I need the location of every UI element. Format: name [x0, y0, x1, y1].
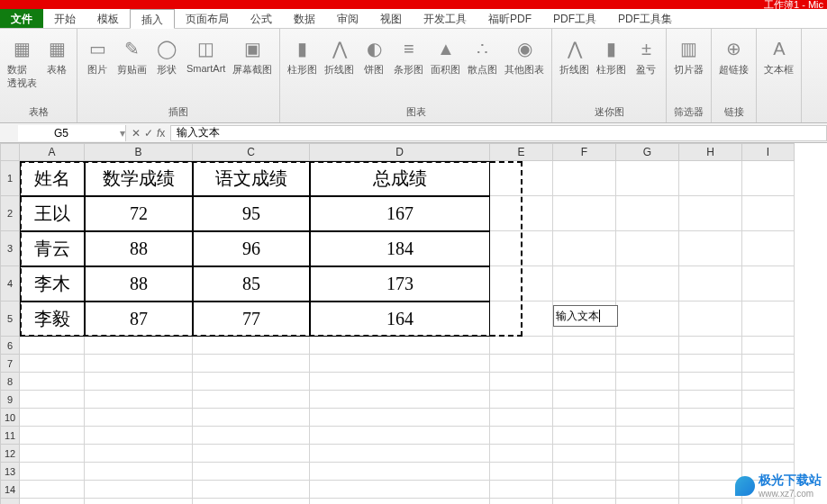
ribbon-表格[interactable]: ▦表格 [41, 34, 73, 78]
cell[interactable] [616, 391, 679, 409]
tab-pdftool[interactable]: PDF工具 [542, 9, 607, 28]
cell[interactable] [310, 463, 490, 481]
col-header-H[interactable]: H [679, 143, 742, 161]
cell[interactable] [616, 481, 679, 499]
cell[interactable] [490, 373, 553, 391]
ribbon-屏幕截图[interactable]: ▣屏幕截图 [229, 34, 276, 78]
cell[interactable] [490, 161, 553, 196]
cell[interactable] [679, 337, 742, 355]
cell[interactable] [490, 463, 553, 481]
cell[interactable] [85, 355, 193, 373]
cell[interactable] [742, 373, 795, 391]
cell[interactable] [193, 445, 310, 463]
col-header-F[interactable]: F [553, 143, 616, 161]
ribbon-图片[interactable]: ▭图片 [81, 34, 114, 78]
cell[interactable] [553, 337, 616, 355]
cell[interactable] [742, 196, 795, 231]
cell[interactable] [490, 231, 553, 266]
ribbon-饼图[interactable]: ◐饼图 [358, 34, 390, 78]
cell[interactable] [742, 427, 795, 445]
cell[interactable] [490, 499, 553, 504]
col-header-I[interactable]: I [742, 143, 795, 161]
ribbon-形状[interactable]: ◯形状 [150, 34, 183, 78]
cell[interactable] [616, 231, 679, 266]
tab-review[interactable]: 审阅 [326, 9, 369, 28]
cell[interactable] [310, 481, 490, 499]
cell[interactable] [193, 409, 310, 427]
cell[interactable] [679, 161, 742, 196]
cell[interactable] [85, 427, 193, 445]
row-header[interactable]: 5 [0, 302, 20, 337]
cell[interactable] [193, 337, 310, 355]
cell[interactable]: 95 [193, 196, 310, 231]
cell[interactable] [490, 337, 553, 355]
cell[interactable] [310, 337, 490, 355]
ribbon-文本框[interactable]: A文本框 [760, 34, 797, 78]
cell[interactable] [616, 373, 679, 391]
cell[interactable] [616, 499, 679, 504]
tab-view[interactable]: 视图 [369, 9, 413, 28]
cells-grid[interactable]: 输入文本 姓名数学成绩语文成绩总成绩王以7295167青云8896184李木88… [20, 161, 795, 504]
row-header[interactable]: 4 [0, 266, 20, 302]
cell[interactable]: 姓名 [20, 161, 85, 196]
ribbon-条形图[interactable]: ≡条形图 [390, 34, 427, 78]
tab-pagelayout[interactable]: 页面布局 [175, 9, 240, 28]
ribbon-柱形图[interactable]: ▮柱形图 [284, 34, 321, 78]
cell[interactable] [742, 302, 795, 337]
cell[interactable] [193, 481, 310, 499]
cell[interactable] [679, 391, 742, 409]
tab-template[interactable]: 模板 [86, 9, 130, 28]
cell[interactable] [616, 427, 679, 445]
cell[interactable] [679, 373, 742, 391]
cell[interactable] [679, 302, 742, 337]
ribbon-盈亏[interactable]: ±盈亏 [630, 34, 662, 78]
formula-bar[interactable]: 输入文本 [170, 125, 827, 141]
cell[interactable]: 语文成绩 [193, 161, 310, 196]
cell[interactable] [553, 161, 616, 196]
fx-icon[interactable]: fx [157, 127, 165, 140]
row-header[interactable]: 7 [0, 355, 20, 373]
cell[interactable] [490, 196, 553, 231]
cell[interactable] [679, 427, 742, 445]
textbox-editing[interactable]: 输入文本 [553, 305, 618, 327]
cell[interactable]: 李毅 [20, 302, 85, 337]
cell[interactable] [679, 231, 742, 266]
cell[interactable]: 数学成绩 [85, 161, 193, 196]
cell[interactable] [742, 355, 795, 373]
cell[interactable] [553, 463, 616, 481]
cell[interactable] [310, 409, 490, 427]
cell[interactable] [20, 355, 85, 373]
row-header[interactable]: 13 [0, 463, 20, 481]
tab-data[interactable]: 数据 [283, 9, 326, 28]
cell[interactable]: 164 [310, 302, 490, 337]
cell[interactable] [20, 409, 85, 427]
cell[interactable] [310, 445, 490, 463]
cell[interactable]: 总成绩 [310, 161, 490, 196]
row-header[interactable]: 14 [0, 481, 20, 499]
cell[interactable] [85, 445, 193, 463]
cell[interactable] [553, 231, 616, 266]
ribbon-切片器[interactable]: ▥切片器 [670, 34, 707, 78]
ribbon-数据透视表[interactable]: ▦数据透视表 [4, 34, 41, 92]
cell[interactable] [85, 373, 193, 391]
cell[interactable] [742, 445, 795, 463]
cell[interactable] [553, 266, 616, 302]
row-header[interactable]: 2 [0, 196, 20, 231]
cell[interactable] [310, 373, 490, 391]
ribbon-面积图[interactable]: ▲面积图 [427, 34, 464, 78]
cell[interactable] [616, 161, 679, 196]
ribbon-散点图[interactable]: ∴散点图 [464, 34, 501, 78]
cell[interactable]: 王以 [20, 196, 85, 231]
cell[interactable] [193, 373, 310, 391]
cell[interactable] [616, 445, 679, 463]
ribbon-柱形图[interactable]: ▮柱形图 [593, 34, 630, 78]
cell[interactable] [553, 427, 616, 445]
cell[interactable]: 96 [193, 231, 310, 266]
cell[interactable] [679, 445, 742, 463]
row-header[interactable]: 15 [0, 499, 20, 504]
row-header[interactable]: 6 [0, 337, 20, 355]
col-header-A[interactable]: A [20, 143, 85, 161]
cell[interactable] [490, 266, 553, 302]
tab-home[interactable]: 开始 [43, 9, 86, 28]
cell[interactable] [679, 196, 742, 231]
